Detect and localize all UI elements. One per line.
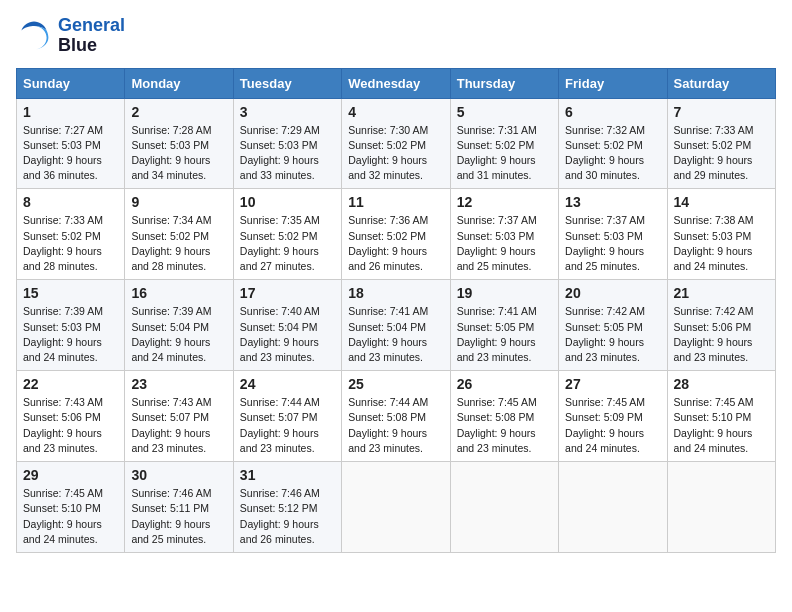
calendar-day: 5Sunrise: 7:31 AMSunset: 5:02 PMDaylight… bbox=[450, 98, 558, 189]
day-number: 18 bbox=[348, 285, 443, 301]
calendar-day: 21Sunrise: 7:42 AMSunset: 5:06 PMDayligh… bbox=[667, 280, 775, 371]
calendar-day: 19Sunrise: 7:41 AMSunset: 5:05 PMDayligh… bbox=[450, 280, 558, 371]
day-info: Sunrise: 7:33 AMSunset: 5:02 PMDaylight:… bbox=[674, 123, 769, 184]
day-number: 3 bbox=[240, 104, 335, 120]
calendar-day: 4Sunrise: 7:30 AMSunset: 5:02 PMDaylight… bbox=[342, 98, 450, 189]
calendar-day: 29Sunrise: 7:45 AMSunset: 5:10 PMDayligh… bbox=[17, 462, 125, 553]
calendar-week: 1Sunrise: 7:27 AMSunset: 5:03 PMDaylight… bbox=[17, 98, 776, 189]
day-info: Sunrise: 7:32 AMSunset: 5:02 PMDaylight:… bbox=[565, 123, 660, 184]
day-info: Sunrise: 7:27 AMSunset: 5:03 PMDaylight:… bbox=[23, 123, 118, 184]
calendar-day: 25Sunrise: 7:44 AMSunset: 5:08 PMDayligh… bbox=[342, 371, 450, 462]
weekday-header: Thursday bbox=[450, 68, 558, 98]
day-info: Sunrise: 7:34 AMSunset: 5:02 PMDaylight:… bbox=[131, 213, 226, 274]
day-number: 5 bbox=[457, 104, 552, 120]
weekday-header: Monday bbox=[125, 68, 233, 98]
day-number: 1 bbox=[23, 104, 118, 120]
day-number: 27 bbox=[565, 376, 660, 392]
day-info: Sunrise: 7:45 AMSunset: 5:10 PMDaylight:… bbox=[674, 395, 769, 456]
calendar-day: 1Sunrise: 7:27 AMSunset: 5:03 PMDaylight… bbox=[17, 98, 125, 189]
logo-icon bbox=[16, 18, 52, 54]
calendar-header: SundayMondayTuesdayWednesdayThursdayFrid… bbox=[17, 68, 776, 98]
calendar-table: SundayMondayTuesdayWednesdayThursdayFrid… bbox=[16, 68, 776, 553]
calendar-day: 20Sunrise: 7:42 AMSunset: 5:05 PMDayligh… bbox=[559, 280, 667, 371]
calendar-day: 22Sunrise: 7:43 AMSunset: 5:06 PMDayligh… bbox=[17, 371, 125, 462]
calendar-day: 30Sunrise: 7:46 AMSunset: 5:11 PMDayligh… bbox=[125, 462, 233, 553]
day-info: Sunrise: 7:31 AMSunset: 5:02 PMDaylight:… bbox=[457, 123, 552, 184]
calendar-day: 24Sunrise: 7:44 AMSunset: 5:07 PMDayligh… bbox=[233, 371, 341, 462]
day-info: Sunrise: 7:35 AMSunset: 5:02 PMDaylight:… bbox=[240, 213, 335, 274]
calendar-day: 8Sunrise: 7:33 AMSunset: 5:02 PMDaylight… bbox=[17, 189, 125, 280]
calendar-day: 10Sunrise: 7:35 AMSunset: 5:02 PMDayligh… bbox=[233, 189, 341, 280]
calendar-week: 22Sunrise: 7:43 AMSunset: 5:06 PMDayligh… bbox=[17, 371, 776, 462]
logo-text: GeneralBlue bbox=[58, 16, 125, 56]
day-info: Sunrise: 7:40 AMSunset: 5:04 PMDaylight:… bbox=[240, 304, 335, 365]
day-number: 14 bbox=[674, 194, 769, 210]
day-info: Sunrise: 7:42 AMSunset: 5:05 PMDaylight:… bbox=[565, 304, 660, 365]
day-number: 22 bbox=[23, 376, 118, 392]
calendar-body: 1Sunrise: 7:27 AMSunset: 5:03 PMDaylight… bbox=[17, 98, 776, 552]
day-info: Sunrise: 7:45 AMSunset: 5:10 PMDaylight:… bbox=[23, 486, 118, 547]
day-number: 20 bbox=[565, 285, 660, 301]
logo: GeneralBlue bbox=[16, 16, 125, 56]
calendar-day: 18Sunrise: 7:41 AMSunset: 5:04 PMDayligh… bbox=[342, 280, 450, 371]
day-info: Sunrise: 7:41 AMSunset: 5:04 PMDaylight:… bbox=[348, 304, 443, 365]
day-number: 29 bbox=[23, 467, 118, 483]
calendar-day: 27Sunrise: 7:45 AMSunset: 5:09 PMDayligh… bbox=[559, 371, 667, 462]
calendar-day: 17Sunrise: 7:40 AMSunset: 5:04 PMDayligh… bbox=[233, 280, 341, 371]
page-header: GeneralBlue bbox=[16, 16, 776, 56]
day-number: 19 bbox=[457, 285, 552, 301]
day-info: Sunrise: 7:39 AMSunset: 5:04 PMDaylight:… bbox=[131, 304, 226, 365]
calendar-day: 3Sunrise: 7:29 AMSunset: 5:03 PMDaylight… bbox=[233, 98, 341, 189]
day-info: Sunrise: 7:33 AMSunset: 5:02 PMDaylight:… bbox=[23, 213, 118, 274]
calendar-day: 28Sunrise: 7:45 AMSunset: 5:10 PMDayligh… bbox=[667, 371, 775, 462]
calendar-day: 6Sunrise: 7:32 AMSunset: 5:02 PMDaylight… bbox=[559, 98, 667, 189]
day-info: Sunrise: 7:36 AMSunset: 5:02 PMDaylight:… bbox=[348, 213, 443, 274]
day-info: Sunrise: 7:45 AMSunset: 5:08 PMDaylight:… bbox=[457, 395, 552, 456]
day-info: Sunrise: 7:44 AMSunset: 5:08 PMDaylight:… bbox=[348, 395, 443, 456]
calendar-day bbox=[450, 462, 558, 553]
day-number: 13 bbox=[565, 194, 660, 210]
day-info: Sunrise: 7:37 AMSunset: 5:03 PMDaylight:… bbox=[457, 213, 552, 274]
day-number: 12 bbox=[457, 194, 552, 210]
day-info: Sunrise: 7:45 AMSunset: 5:09 PMDaylight:… bbox=[565, 395, 660, 456]
calendar-day bbox=[559, 462, 667, 553]
day-number: 31 bbox=[240, 467, 335, 483]
calendar-day: 12Sunrise: 7:37 AMSunset: 5:03 PMDayligh… bbox=[450, 189, 558, 280]
day-number: 15 bbox=[23, 285, 118, 301]
day-number: 16 bbox=[131, 285, 226, 301]
day-number: 21 bbox=[674, 285, 769, 301]
day-info: Sunrise: 7:46 AMSunset: 5:11 PMDaylight:… bbox=[131, 486, 226, 547]
day-number: 30 bbox=[131, 467, 226, 483]
day-info: Sunrise: 7:46 AMSunset: 5:12 PMDaylight:… bbox=[240, 486, 335, 547]
calendar-day: 15Sunrise: 7:39 AMSunset: 5:03 PMDayligh… bbox=[17, 280, 125, 371]
calendar-day: 7Sunrise: 7:33 AMSunset: 5:02 PMDaylight… bbox=[667, 98, 775, 189]
calendar-day: 31Sunrise: 7:46 AMSunset: 5:12 PMDayligh… bbox=[233, 462, 341, 553]
weekday-header: Saturday bbox=[667, 68, 775, 98]
day-number: 23 bbox=[131, 376, 226, 392]
calendar-day: 13Sunrise: 7:37 AMSunset: 5:03 PMDayligh… bbox=[559, 189, 667, 280]
day-info: Sunrise: 7:37 AMSunset: 5:03 PMDaylight:… bbox=[565, 213, 660, 274]
day-info: Sunrise: 7:28 AMSunset: 5:03 PMDaylight:… bbox=[131, 123, 226, 184]
calendar-day bbox=[342, 462, 450, 553]
day-number: 4 bbox=[348, 104, 443, 120]
day-number: 28 bbox=[674, 376, 769, 392]
calendar-day: 23Sunrise: 7:43 AMSunset: 5:07 PMDayligh… bbox=[125, 371, 233, 462]
day-number: 24 bbox=[240, 376, 335, 392]
day-info: Sunrise: 7:44 AMSunset: 5:07 PMDaylight:… bbox=[240, 395, 335, 456]
day-info: Sunrise: 7:38 AMSunset: 5:03 PMDaylight:… bbox=[674, 213, 769, 274]
day-number: 11 bbox=[348, 194, 443, 210]
calendar-day: 16Sunrise: 7:39 AMSunset: 5:04 PMDayligh… bbox=[125, 280, 233, 371]
day-info: Sunrise: 7:41 AMSunset: 5:05 PMDaylight:… bbox=[457, 304, 552, 365]
day-info: Sunrise: 7:30 AMSunset: 5:02 PMDaylight:… bbox=[348, 123, 443, 184]
calendar-day: 11Sunrise: 7:36 AMSunset: 5:02 PMDayligh… bbox=[342, 189, 450, 280]
calendar-day: 9Sunrise: 7:34 AMSunset: 5:02 PMDaylight… bbox=[125, 189, 233, 280]
day-number: 8 bbox=[23, 194, 118, 210]
day-number: 10 bbox=[240, 194, 335, 210]
weekday-header: Tuesday bbox=[233, 68, 341, 98]
calendar-day: 26Sunrise: 7:45 AMSunset: 5:08 PMDayligh… bbox=[450, 371, 558, 462]
day-number: 25 bbox=[348, 376, 443, 392]
weekday-header: Wednesday bbox=[342, 68, 450, 98]
calendar-week: 8Sunrise: 7:33 AMSunset: 5:02 PMDaylight… bbox=[17, 189, 776, 280]
day-info: Sunrise: 7:42 AMSunset: 5:06 PMDaylight:… bbox=[674, 304, 769, 365]
calendar-day: 14Sunrise: 7:38 AMSunset: 5:03 PMDayligh… bbox=[667, 189, 775, 280]
